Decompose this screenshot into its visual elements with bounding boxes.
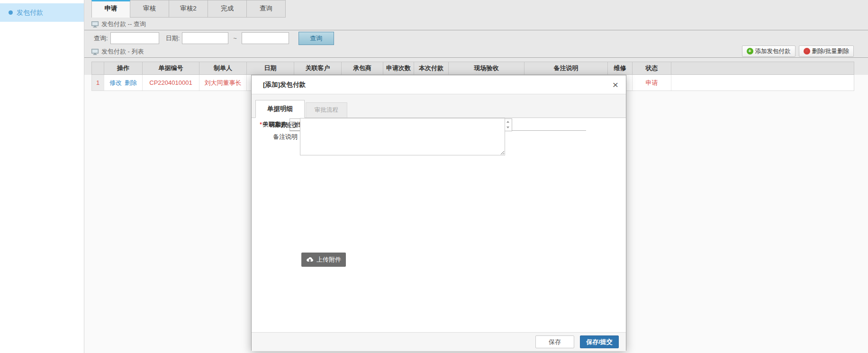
sidebar-item-label: 发包付款 [17,9,43,17]
list-section-title: 发包付款 - 列表 [101,47,144,56]
monitor-icon [91,49,99,55]
save-button[interactable]: 保存 [535,335,574,348]
dialog-title: [添加]发包付款 [263,81,306,89]
add-payment-dialog: [添加]发包付款 × 单据明细 审批流程 制单人 部门 *日期 *关联客户 奥克… [251,75,626,351]
remarks-textarea[interactable] [300,118,505,155]
tab-review[interactable]: 审核 [130,0,169,18]
dialog-form: 制单人 部门 *日期 *关联客户 奥克斯国际广场1栋5单 *承包商 [252,118,626,332]
col-site-acceptance: 现场验收 [449,62,524,74]
col-status: 状态 [633,62,671,74]
date-from-input[interactable] [182,32,228,44]
col-apply-count: 申请次数 [383,62,414,74]
date-to-input[interactable] [242,32,289,44]
row-status: 申请 [633,75,671,91]
spinner-up-icon[interactable] [504,119,512,125]
monitor-icon [91,21,99,27]
col-customer: 关联客户 [294,62,342,74]
tab-bar: 申请 审核 审核2 完成 查询 [91,0,868,18]
col-remarks: 备注说明 [524,62,608,74]
spinner-down-icon[interactable] [504,125,512,131]
row-number: 1 [92,75,104,91]
col-current-payment: 本次付款 [414,62,449,74]
tab-apply[interactable]: 申请 [91,0,130,18]
save-submit-button[interactable]: 保存/提交 [580,335,619,348]
edit-link[interactable]: 修改 [109,79,122,87]
tab-search[interactable]: 查询 [247,0,286,18]
tab-complete[interactable]: 完成 [208,0,247,18]
col-creator: 制单人 [199,62,247,74]
col-doc-no: 单据编号 [143,62,199,74]
delete-icon: × [804,48,810,54]
table-header-row: 操作 单据编号 制单人 日期 关联客户 承包商 申请次数 本次付款 现场验收 备… [91,62,854,75]
col-operation: 操作 [104,62,143,74]
dialog-tab-bar: 单据明细 审批流程 [252,94,626,118]
delete-batch-button[interactable]: × 删除/批量删除 [799,45,854,57]
field-remarks: 备注说明 [252,118,505,155]
col-date: 日期 [247,62,294,74]
query-section-title: 发包付款 -- 查询 [101,20,146,28]
add-payment-label: 添加发包付款 [755,47,791,55]
remarks-label: 备注说明 [273,133,298,140]
row-doc-no: CP2204010001 [143,75,199,91]
dialog-footer: 保存 保存/提交 [252,332,626,351]
bullet-icon [9,10,13,15]
cloud-upload-icon [306,257,314,262]
col-contractor: 承包商 [342,62,383,74]
keyword-label: 查询: [94,34,108,43]
dialog-header: [添加]发包付款 × [252,75,626,94]
sidebar-item-contract-payment[interactable]: 发包付款 [0,3,84,22]
spinner-buttons [504,119,512,131]
date-label: 日期: [166,34,180,43]
add-icon: + [747,48,753,54]
date-range-separator: ~ [233,35,237,42]
upload-attachment-label: 上传附件 [316,255,341,264]
add-payment-button[interactable]: + 添加发包付款 [742,45,796,57]
col-row-number [92,62,104,74]
col-repair: 维修 [608,62,633,74]
tab-approval-flow[interactable]: 审批流程 [306,102,347,118]
keyword-input[interactable] [110,32,159,44]
sidebar: 发包付款 [0,0,84,353]
close-icon[interactable]: × [613,80,618,90]
row-creator: 刘大同董事长 [199,75,247,91]
row-actions: 修改 删除 [104,75,143,91]
search-button[interactable]: 查询 [298,32,334,45]
col-filler [671,62,854,74]
tab-doc-detail[interactable]: 单据明细 [255,100,305,118]
delete-link[interactable]: 删除 [125,79,137,87]
row-filler [671,75,854,91]
query-section-header: 发包付款 -- 查询 [84,18,868,30]
tab-review2[interactable]: 审核2 [169,0,208,18]
query-bar: 查询: 日期: ~ 查询 [84,30,868,46]
upload-attachment-button[interactable]: 上传附件 [301,253,346,267]
list-section-header: 发包付款 - 列表 + 添加发包付款 × 删除/批量删除 [84,46,868,58]
delete-batch-label: 删除/批量删除 [812,47,849,55]
